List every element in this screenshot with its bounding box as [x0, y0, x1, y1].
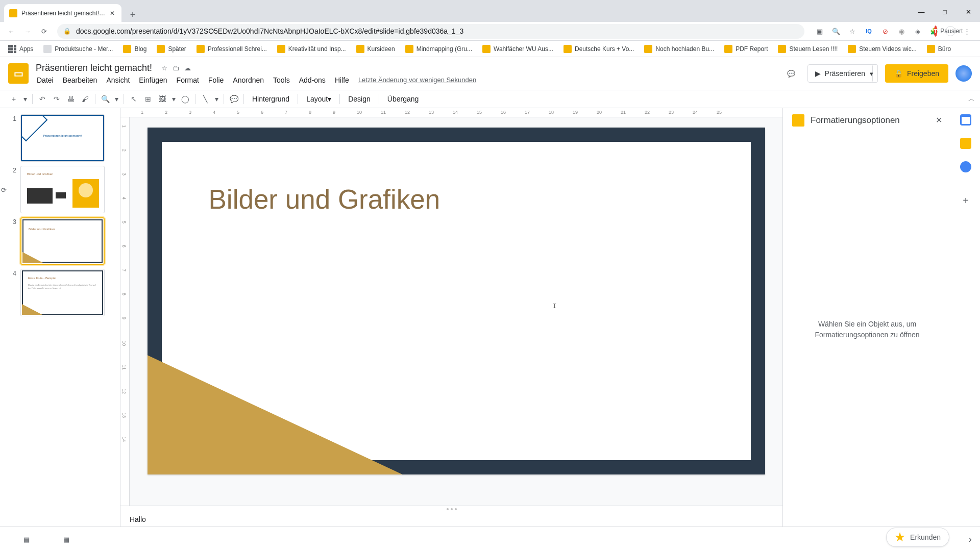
line-tool[interactable]: ╲	[199, 92, 212, 106]
slide-thumbnail-2[interactable]: ⟳ 2 Bilder und Grafiken	[0, 164, 120, 215]
keep-addon-icon[interactable]	[960, 138, 971, 149]
background-button[interactable]: Hintergrund	[247, 92, 295, 106]
slide-canvas[interactable]: Bilder und Grafiken 𝙸	[148, 128, 765, 474]
document-title[interactable]: Präsentieren leicht gemacht!	[33, 62, 155, 74]
bookmark-item[interactable]: Steuern Videos wic...	[844, 43, 921, 55]
notes-resize-handle[interactable]	[120, 506, 782, 512]
extension-icon-2[interactable]: ◈	[913, 26, 923, 36]
menu-view[interactable]: Ansicht	[102, 74, 134, 86]
camera-icon[interactable]: ▣	[815, 26, 825, 36]
move-document-icon[interactable]: 🗀	[173, 64, 179, 72]
slides-logo[interactable]: ▭	[8, 63, 29, 84]
slide-thumbnail-4[interactable]: 4 Erste Folie - Beispiel Das ist ein Bei…	[0, 267, 120, 318]
browser-tab[interactable]: Präsentieren leicht gemacht! - G ✕	[4, 4, 121, 22]
horizontal-ruler[interactable]: 1234567891011121314151617181920212223242…	[120, 108, 782, 117]
line-dropdown[interactable]: ▾	[213, 92, 220, 106]
lock-icon: 🔒	[63, 28, 71, 35]
slide-thumbnail-3[interactable]: 3 Bilder und Grafiken	[0, 215, 120, 267]
new-tab-button[interactable]: +	[126, 8, 140, 22]
grid-view-icon[interactable]: ▦	[63, 536, 72, 543]
menu-tools[interactable]: Tools	[269, 74, 294, 86]
present-button[interactable]: ▶ Präsentieren	[807, 64, 873, 83]
menu-file[interactable]: Datei	[33, 74, 58, 86]
side-panel-toggle-icon[interactable]: ›	[968, 533, 972, 545]
new-slide-button[interactable]: +	[7, 92, 20, 106]
menu-slide[interactable]: Folie	[204, 74, 228, 86]
menu-format[interactable]: Format	[173, 74, 203, 86]
chrome-menu-button[interactable]: ⋮	[962, 26, 972, 36]
bookmark-item[interactable]: Kursideen	[352, 43, 399, 55]
bookmark-item[interactable]: Wahlfächer WU Aus...	[478, 43, 557, 55]
vertical-ruler[interactable]: 1234567891011121314	[120, 117, 130, 506]
image-dropdown[interactable]: ▾	[170, 92, 178, 106]
canvas-scroll[interactable]: Bilder und Grafiken 𝙸	[130, 117, 782, 506]
select-tool[interactable]: ↖	[127, 92, 140, 106]
bookmark-item[interactable]: Mindmapping (Gru...	[401, 43, 476, 55]
add-addon-button[interactable]: +	[960, 195, 971, 206]
comment-tool[interactable]: 💬	[227, 92, 240, 106]
back-button[interactable]: ←	[4, 24, 18, 38]
reload-button[interactable]: ⟳	[37, 24, 51, 38]
collapse-toolbar-icon[interactable]: ︿	[968, 94, 975, 104]
layout-button[interactable]: Layout ▾	[301, 92, 336, 106]
bookmarks-bar: Apps Produktsuche - Mer... Blog Später P…	[0, 41, 980, 57]
zoom-icon[interactable]: 🔍	[831, 26, 841, 36]
calendar-addon-icon[interactable]	[960, 114, 971, 126]
bookmark-item[interactable]: Später	[153, 43, 190, 55]
design-button[interactable]: Design	[343, 92, 376, 106]
slide-title-text[interactable]: Bilder und Grafiken	[209, 184, 440, 215]
apps-button[interactable]: Apps	[4, 43, 37, 55]
comments-button[interactable]: 💬	[782, 64, 800, 83]
menu-arrange[interactable]: Anordnen	[229, 74, 268, 86]
zoom-dropdown[interactable]: ▾	[113, 92, 120, 106]
iq-icon[interactable]: IQ	[864, 26, 874, 36]
menu-help[interactable]: Hilfe	[331, 74, 353, 86]
menu-edit[interactable]: Bearbeiten	[59, 74, 102, 86]
profile-paused-chip[interactable]: T Pausiert	[945, 26, 955, 36]
bookmark-item[interactable]: Kreativität und Insp...	[273, 43, 350, 55]
filmstrip-view-icon[interactable]: ▤	[23, 536, 33, 543]
textbox-tool[interactable]: ⊞	[141, 92, 155, 106]
bookmark-item[interactable]: Produktsuche - Mer...	[39, 43, 117, 55]
last-edit-link[interactable]: Letzte Änderung vor wenigen Sekunden	[354, 74, 480, 85]
star-icon[interactable]: ☆	[847, 26, 857, 36]
extension-icon-1[interactable]: ◉	[896, 26, 906, 36]
minimize-button[interactable]: —	[910, 2, 933, 22]
account-avatar[interactable]	[955, 65, 972, 82]
bookmark-item[interactable]: Büro	[923, 43, 955, 55]
close-tab-icon[interactable]: ✕	[110, 10, 116, 16]
close-format-panel-icon[interactable]: ✕	[936, 115, 942, 125]
zoom-button[interactable]: 🔍	[99, 92, 112, 106]
bookmark-item[interactable]: Professionell Schrei...	[192, 43, 271, 55]
paint-format-button[interactable]: 🖌	[79, 92, 92, 106]
lock-icon: 🔒	[894, 69, 903, 78]
bookmark-item[interactable]: Blog	[119, 43, 151, 55]
share-button[interactable]: 🔒 Freigeben	[885, 64, 948, 83]
bookmark-item[interactable]: Steuern Lesen !!!!	[774, 43, 842, 55]
menu-insert[interactable]: Einfügen	[135, 74, 171, 86]
tasks-addon-icon[interactable]	[960, 161, 971, 172]
notes-text[interactable]: Hallo	[120, 512, 782, 527]
new-slide-dropdown[interactable]: ▾	[21, 92, 29, 106]
redo-button[interactable]: ↷	[50, 92, 63, 106]
transition-button[interactable]: Übergang	[382, 92, 424, 106]
slide-thumbnail-1[interactable]: 1 Präsentieren leicht gemacht!	[0, 112, 120, 164]
bookmark-item[interactable]: PDF Report	[720, 43, 772, 55]
blocked-popup-icon[interactable]: ⊘	[880, 26, 890, 36]
main-area: 1 Präsentieren leicht gemacht! ⟳ 2 Bilde…	[0, 108, 980, 527]
bookmark-item[interactable]: Noch hochladen Bu...	[640, 43, 718, 55]
tab-title: Präsentieren leicht gemacht! - G	[21, 10, 106, 17]
explore-button[interactable]: Erkunden	[886, 528, 949, 547]
shape-tool[interactable]: ◯	[179, 92, 192, 106]
present-dropdown[interactable]: ▾	[866, 64, 878, 83]
print-button[interactable]: 🖶	[64, 92, 78, 106]
close-window-button[interactable]: ✕	[957, 2, 980, 22]
cloud-status-icon[interactable]: ☁	[184, 64, 191, 72]
image-tool[interactable]: 🖼	[156, 92, 169, 106]
star-document-icon[interactable]: ☆	[161, 64, 167, 72]
url-field[interactable]: 🔒 docs.google.com/presentation/d/1yV372S…	[57, 24, 804, 39]
maximize-button[interactable]: □	[933, 2, 957, 22]
menu-addons[interactable]: Add-ons	[295, 74, 330, 86]
bookmark-item[interactable]: Deutsche Kurs + Vo...	[559, 43, 638, 55]
undo-button[interactable]: ↶	[36, 92, 49, 106]
